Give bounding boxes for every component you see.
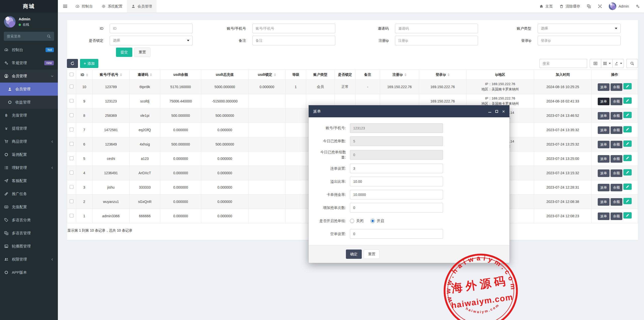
row-checkbox[interactable] [70,199,73,203]
balance-button[interactable]: 余额 [611,83,622,91]
sidebar-item-banner[interactable]: 轮播图管理 [0,240,58,253]
sidebar-item-lang-category[interactable]: 多语言分类 [0,214,58,227]
dispatch-button[interactable]: 派单 [598,112,610,120]
sidebar-item-rebate[interactable]: 返佣配置 [0,148,58,161]
dispatch-button[interactable]: 派单 [598,98,610,105]
modal-input[interactable] [350,164,443,173]
home-link[interactable]: 主页 [539,4,553,9]
sort-icon[interactable] [120,73,122,76]
modal-input[interactable] [350,190,443,199]
sidebar-item-app-version[interactable]: APP版本 [0,266,58,279]
modal-input[interactable] [350,203,443,212]
column-header-注册ip[interactable]: 注册ip [380,70,419,80]
sidebar-item-member[interactable]: 会员管理 [0,83,58,96]
账号/手机号-input[interactable] [252,24,335,33]
sidebar-item-service[interactable]: 客服配置 [0,174,58,187]
edit-button[interactable] [623,212,632,219]
row-checkbox[interactable] [70,185,73,189]
column-header-邀请码[interactable]: 邀请码 [130,70,160,80]
是否锁定-select[interactable]: 选择 [110,36,193,45]
modal-reset-button[interactable]: 重置 [364,250,380,259]
translate-button[interactable]: 文A [587,4,591,8]
row-checkbox[interactable] [70,156,73,160]
close-icon[interactable]: × [502,109,505,114]
balance-button[interactable]: 余额 [611,212,622,220]
modal-input[interactable] [350,136,443,146]
tab-控制台[interactable]: 控制台 [71,0,97,13]
dispatch-button[interactable]: 派单 [598,212,610,220]
radio-option-关闭[interactable]: 关闭 [350,219,364,223]
edit-button[interactable] [623,97,632,104]
备注-input[interactable] [252,36,335,45]
edit-button[interactable] [623,169,632,175]
modal-input[interactable] [350,123,443,133]
row-checkbox[interactable] [70,113,73,117]
ID-input[interactable] [110,24,193,33]
edit-button[interactable] [623,126,632,132]
add-button[interactable]: +添加 [80,59,98,68]
balance-button[interactable]: 余额 [611,198,622,206]
table-search-button[interactable] [626,59,638,68]
user-menu[interactable]: Admin [609,3,629,10]
edit-button[interactable] [623,112,632,118]
dispatch-button[interactable]: 派单 [598,184,610,191]
sidebar-item-finance[interactable]: 理财管理 [0,161,58,174]
balance-button[interactable]: 余额 [611,169,622,177]
fullscreen-button[interactable] [598,4,602,8]
search-icon[interactable] [47,34,51,38]
table-search-input[interactable] [539,59,587,68]
refresh-button[interactable] [67,59,78,68]
modal-input[interactable] [350,229,443,239]
dispatch-button[interactable]: 派单 [598,83,610,91]
balance-button[interactable]: 余额 [611,141,622,148]
sort-icon[interactable] [448,73,450,76]
sidebar-item-promotion[interactable]: 推广任务 [0,187,58,200]
row-checkbox[interactable] [70,99,73,103]
row-checkbox[interactable] [70,128,73,131]
sidebar-item-lang-manage[interactable]: 文A多语言管理 [0,227,58,240]
sort-icon[interactable] [274,73,276,76]
注册ip-input[interactable] [395,36,478,45]
row-checkbox[interactable] [70,142,73,146]
sort-icon[interactable] [86,74,88,77]
export-button[interactable] [612,59,624,68]
sort-icon[interactable] [405,73,407,76]
modal-header[interactable]: 派单 × [309,105,509,117]
tab-会员管理[interactable]: 会员管理 [127,0,156,13]
balance-button[interactable]: 余额 [611,112,622,120]
reset-button[interactable]: 重置 [134,48,150,57]
dispatch-button[interactable]: 派单 [598,169,610,177]
登录ip-input[interactable] [538,36,621,45]
sidebar-search-input[interactable] [7,34,45,38]
select-all-checkbox[interactable] [70,73,73,76]
邀请码-input[interactable] [395,24,478,33]
balance-button[interactable]: 余额 [611,98,622,105]
edit-button[interactable] [623,155,632,161]
dispatch-button[interactable]: 派单 [598,126,610,134]
maximize-icon[interactable] [495,110,498,113]
column-header-登录ip[interactable]: 登录ip [419,70,466,80]
sidebar-item-recharge[interactable]: ฿充值管理 [0,109,58,122]
sidebar-item-permission[interactable]: 权限管理 [0,253,58,266]
tab-系统配置[interactable]: 系统配置 [97,0,127,13]
column-header-账号/手机号[interactable]: 账号/手机号 [93,70,130,80]
balance-button[interactable]: 余额 [611,126,622,134]
modal-input[interactable] [350,150,443,160]
dispatch-button[interactable]: 派单 [598,141,610,148]
confirm-button[interactable]: 确定 [346,250,362,259]
sidebar-item-withdraw[interactable]: ¥提现管理 [0,122,58,135]
edit-button[interactable] [623,83,632,89]
hamburger-menu-icon[interactable] [59,4,71,8]
modal-input[interactable] [350,177,443,186]
balance-button[interactable]: 余额 [611,155,622,163]
edit-button[interactable] [623,140,632,147]
sidebar-item-general[interactable]: 常规管理new [0,56,58,69]
balance-button[interactable]: 余额 [611,184,622,191]
row-checkbox[interactable] [70,214,73,218]
sidebar-item-goods[interactable]: 商品管理 [0,135,58,148]
column-header-ID[interactable]: ID [76,70,93,80]
账户类型-select[interactable]: 选择 [538,24,621,33]
sidebar-item-member-group[interactable]: 会员管理 [0,69,58,83]
minimize-icon[interactable] [488,112,491,113]
sidebar-item-income[interactable]: 收益管理 [0,96,58,109]
